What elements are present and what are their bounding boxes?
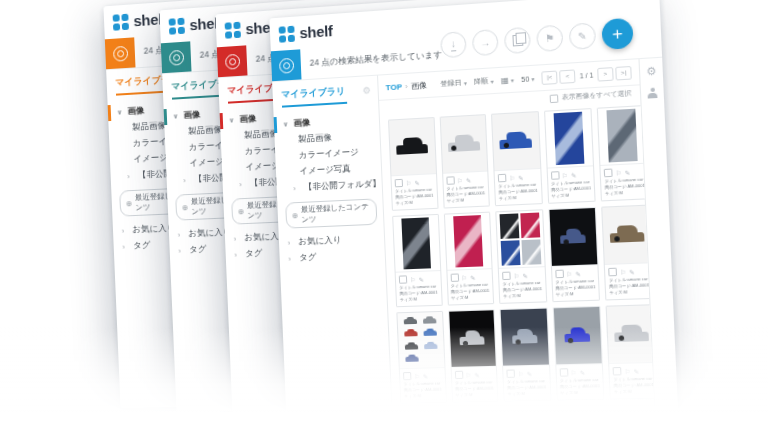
- car-wheel: [614, 236, 620, 241]
- settings-gear-icon[interactable]: ⚙: [646, 64, 657, 78]
- asset-card[interactable]: ⚐✎タイトル:amane car商品コード:AM-0001サイズ:M: [552, 306, 604, 401]
- card-edit-icon[interactable]: ✎: [414, 179, 419, 186]
- select-all-checkbox[interactable]: [550, 94, 559, 103]
- card-edit-icon[interactable]: ✎: [527, 370, 533, 377]
- add-content-button[interactable]: +: [601, 18, 633, 50]
- view-mode-dropdown[interactable]: ▦▾: [501, 75, 514, 85]
- card-checkbox[interactable]: [446, 176, 455, 185]
- asset-card[interactable]: ⚐✎タイトル:amane car商品コード:AM-0001サイズ:M: [491, 111, 542, 206]
- card-checkbox[interactable]: [608, 268, 617, 277]
- card-checkbox[interactable]: [604, 169, 613, 178]
- breadcrumb-top-link[interactable]: TOP: [385, 82, 402, 92]
- asset-card[interactable]: ⚐✎タイトル:amane car商品コード:AM-0001サイズ:M: [544, 108, 596, 204]
- chevron-right-icon: ›: [293, 184, 300, 191]
- card-checkbox[interactable]: [506, 369, 515, 377]
- variation-swatch: [521, 239, 541, 264]
- card-size: サイズ:M: [504, 390, 550, 400]
- search-button[interactable]: [161, 41, 192, 73]
- card-flag-icon[interactable]: ⚐: [514, 272, 520, 279]
- card-edit-icon[interactable]: ✎: [629, 268, 635, 276]
- card-flag-icon[interactable]: ⚐: [410, 276, 416, 283]
- card-edit-icon[interactable]: ✎: [633, 367, 639, 374]
- card-checkbox[interactable]: [550, 171, 559, 180]
- card-edit-icon[interactable]: ✎: [625, 168, 631, 176]
- asset-card[interactable]: ⚐✎タイトル:amane car商品コード:AM-0001サイズ:M: [448, 309, 499, 403]
- recent-content-button[interactable]: ⊕ 最近登録したコンテンツ: [285, 198, 377, 228]
- edit-button[interactable]: ✎: [569, 22, 597, 50]
- card-checkbox[interactable]: [454, 371, 463, 379]
- tree-item-tags[interactable]: › タグ: [279, 247, 385, 267]
- sort-order-dropdown[interactable]: 降順▾: [474, 76, 494, 87]
- card-edit-icon[interactable]: ✎: [418, 275, 423, 282]
- card-flag-icon[interactable]: ⚐: [509, 174, 515, 181]
- card-checkbox[interactable]: [450, 273, 459, 281]
- card-edit-icon[interactable]: ✎: [522, 271, 528, 278]
- card-checkbox[interactable]: [498, 174, 507, 183]
- card-edit-icon[interactable]: ✎: [474, 371, 479, 378]
- user-account-icon[interactable]: [647, 87, 657, 98]
- asset-card[interactable]: ⚐✎タイトル:amane car商品コード:AM-0001サイズ:M: [495, 209, 547, 304]
- asset-card[interactable]: ⚐✎タイトル:amane car商品コード:AM-0001サイズ:M: [443, 212, 494, 306]
- card-checkbox[interactable]: [559, 368, 568, 376]
- card-flag-icon[interactable]: ⚐: [518, 370, 524, 377]
- asset-card[interactable]: ⚐✎タイトル:amane car商品コード:AM-0001サイズ:M: [606, 304, 655, 399]
- asset-card[interactable]: ⚐✎タイトル:amane car商品コード:AM-0001サイズ:M: [500, 308, 552, 402]
- card-flag-icon[interactable]: ⚐: [461, 274, 467, 281]
- per-page-dropdown[interactable]: 50▾: [521, 75, 535, 83]
- mini-car-thumbnail: [404, 331, 417, 336]
- last-page-button[interactable]: >|: [615, 65, 632, 80]
- card-flag-icon[interactable]: ⚐: [457, 176, 463, 183]
- card-action-row: ⚐✎: [451, 366, 496, 380]
- grid-view-icon: ▦: [501, 75, 509, 85]
- silver-suv-photo-image: [440, 115, 487, 173]
- card-flag-icon[interactable]: ⚐: [624, 367, 630, 374]
- card-edit-icon[interactable]: ✎: [466, 176, 471, 183]
- card-flag-icon[interactable]: ⚐: [414, 372, 420, 379]
- search-button[interactable]: [271, 49, 302, 81]
- card-edit-icon[interactable]: ✎: [423, 372, 428, 379]
- card-flag-icon[interactable]: ⚐: [406, 179, 412, 186]
- card-checkbox[interactable]: [395, 179, 403, 188]
- mini-car-thumbnail: [404, 344, 417, 349]
- card-edit-icon[interactable]: ✎: [571, 171, 577, 179]
- card-edit-icon[interactable]: ✎: [470, 273, 475, 280]
- content-area: TOP › 画像 登録日▾ 降順▾ ▦▾ 50▾ |< < 1 / 1 >: [378, 59, 654, 419]
- sedan-color-thumbnails-image: [397, 312, 444, 368]
- card-flag-icon[interactable]: ⚐: [466, 371, 472, 378]
- sort-date-dropdown[interactable]: 登録日▾: [440, 77, 467, 89]
- search-button[interactable]: [217, 45, 248, 77]
- card-flag-icon[interactable]: ⚐: [620, 268, 626, 276]
- prev-page-button[interactable]: <: [559, 69, 575, 83]
- card-checkbox[interactable]: [399, 275, 407, 283]
- card-checkbox[interactable]: [403, 372, 411, 380]
- next-page-button[interactable]: >: [597, 67, 614, 82]
- night-city-car-scene-image: [501, 309, 549, 366]
- asset-card[interactable]: ⚐✎タイトル:amane car商品コード:AM-0001サイズ:M: [396, 311, 446, 404]
- asset-card[interactable]: ⚐✎タイトル:amane car商品コード:AM-0001サイズ:M: [388, 117, 438, 211]
- card-checkbox[interactable]: [613, 367, 622, 376]
- card-edit-icon[interactable]: ✎: [575, 270, 581, 277]
- asset-card[interactable]: ⚐✎タイトル:amane car商品コード:AM-0001サイズ:M: [548, 207, 600, 302]
- first-page-button[interactable]: |<: [542, 70, 558, 84]
- card-edit-icon[interactable]: ✎: [518, 173, 524, 180]
- card-flag-icon[interactable]: ⚐: [562, 171, 568, 179]
- sidebar-settings-icon[interactable]: ⚙: [362, 85, 371, 96]
- card-checkbox[interactable]: [555, 270, 564, 279]
- card-edit-icon[interactable]: ✎: [580, 368, 586, 375]
- card-flag-icon[interactable]: ⚐: [566, 270, 572, 277]
- car-illustration: [610, 225, 644, 246]
- copy-button[interactable]: [504, 27, 531, 54]
- shelf-logo-icon: [225, 21, 241, 38]
- variation-swatch: [500, 214, 519, 239]
- download-button[interactable]: ↓: [440, 31, 467, 58]
- flag-button[interactable]: ⚑: [536, 25, 563, 53]
- dark-headlight-closeup-detail: [402, 218, 432, 270]
- share-button[interactable]: →: [472, 29, 499, 56]
- asset-card[interactable]: ⚐✎タイトル:amane car商品コード:AM-0001サイズ:M: [392, 214, 442, 307]
- asset-card[interactable]: ⚐✎タイトル:amane car商品コード:AM-0001サイズ:M: [439, 114, 490, 208]
- card-checkbox[interactable]: [502, 272, 511, 281]
- card-flag-icon[interactable]: ⚐: [616, 169, 622, 177]
- search-button[interactable]: [105, 37, 136, 69]
- card-flag-icon[interactable]: ⚐: [571, 369, 577, 376]
- tab-my-library[interactable]: マイライブラリ: [281, 85, 347, 108]
